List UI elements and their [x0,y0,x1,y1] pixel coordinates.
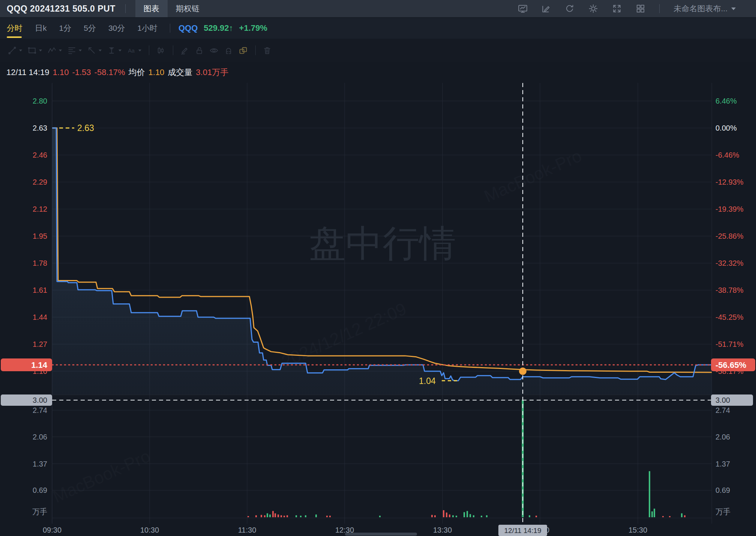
pct-axis-label: -32.32% [716,259,744,267]
underlying-quote[interactable]: QQQ 529.92↑ +1.79% [178,23,267,33]
eye-tool-icon [209,46,219,55]
lock-tool-button[interactable] [195,46,204,55]
trend-line-button[interactable] [8,46,22,55]
pct-axis-label: -45.25% [716,313,744,321]
titlebar-actions: 未命名图表布... [518,3,756,14]
volume-axis-label: 2.74 [716,406,730,414]
timeframe-1分[interactable]: 1分 [59,23,72,33]
volume-unit-label: 万手 [32,507,47,516]
chevron-down-icon [59,50,62,51]
edit-pencil-button[interactable] [541,4,551,14]
link-tool-icon [238,46,248,55]
divider [170,24,170,33]
measure-tool-button[interactable] [107,46,122,55]
pct-axis-label: 0.00% [716,124,737,132]
watermark-text: 盘中行情 [309,223,456,264]
chevron-down-icon [79,50,82,51]
candle-tool-icon [156,46,165,55]
quote-change-pct: +1.79% [239,23,267,33]
wave-tool-button[interactable] [47,46,62,55]
svg-text:Aa: Aa [128,47,135,53]
volume-axis-label: 2.06 [33,433,47,441]
monitor-chart-icon [518,4,527,14]
divider [125,4,126,13]
crosshair [52,83,712,524]
chevron-down-icon [19,50,22,51]
chevron-down-icon [99,50,102,51]
monitor-chart-button[interactable] [518,4,527,14]
fullscreen-expand-icon [612,4,622,14]
refresh-icon [565,4,574,14]
pct-axis-label: -6.46% [716,151,740,159]
layout-grid-button[interactable] [636,4,645,14]
volume-bars [248,400,686,517]
timeframe-5分[interactable]: 5分 [84,23,96,33]
refresh-button[interactable] [565,4,574,14]
svg-text:3.00: 3.00 [716,396,730,404]
volume-axis-label: 0.69 [716,486,730,494]
layout-select[interactable]: 未命名图表布... [674,3,736,14]
magnet-tool-button[interactable] [224,46,233,55]
edit-pencil-icon [541,4,551,14]
timeframe-日k[interactable]: 日k [35,23,47,33]
text-tool-icon: Aa [127,46,136,55]
price-axis-label: 1.78 [33,259,47,267]
crosshair-time-badge: 12/11 14:19 [498,525,547,536]
crosshair-dot [519,367,526,375]
info-avg-label: 均价 [129,67,145,78]
trend-arrow-button[interactable] [87,46,102,55]
trash-tool-button[interactable] [262,46,272,55]
layout-name-label: 未命名图表布... [674,3,728,14]
timeframe-30分[interactable]: 30分 [108,23,125,33]
titlebar-icons [518,4,645,14]
time-axis-label: 11:30 [238,526,256,534]
volume-axis-label: 0.69 [33,486,47,494]
lock-tool-icon [195,46,204,55]
time-axis-label: 09:30 [43,526,62,534]
view-tabs: 图表期权链 [135,0,208,17]
trend-arrow-icon [87,46,96,55]
eye-tool-button[interactable] [209,46,219,55]
fullscreen-expand-button[interactable] [612,4,622,14]
brush-tool-button[interactable] [180,46,189,55]
rect-tool-icon [27,46,37,55]
price-axis-label: 1.44 [33,313,47,321]
time-axis-label: 15:30 [628,526,647,534]
price-axis-label: 2.80 [33,97,47,105]
info-vol-label: 成交量 [168,67,192,78]
divider [173,45,173,55]
rect-tool-button[interactable] [27,46,42,55]
timeframe-bar: 分时日k1分5分30分1小时 QQQ 529.92↑ +1.79% [0,18,756,39]
pct-axis-label: -51.71% [716,340,744,348]
info-avg-value: 1.10 [148,68,165,77]
info-time: 12/11 14:19 [6,68,50,77]
svg-text:2.63: 2.63 [77,123,94,133]
timeframe-items: 分时日k1分5分30分1小时 [7,23,170,33]
timeframe-分时[interactable]: 分时 [7,23,22,33]
divider [255,45,256,55]
settings-gear-button[interactable] [588,4,598,14]
timeframe-1小时[interactable]: 1小时 [137,23,158,33]
candle-tool-button[interactable] [156,46,165,55]
fib-tool-icon [67,46,76,55]
info-vol-value: 3.01万手 [196,67,228,78]
scrollbar-handle[interactable] [345,533,417,536]
chevron-down-icon [731,8,736,10]
price-axis-label: 2.12 [33,205,47,213]
intraday-chart[interactable]: 盘中行情2024/12/12 22:09MacBook-ProMacBook-P… [0,0,756,536]
chevron-down-icon [118,50,122,51]
info-change-pct: -58.17% [94,68,125,77]
chevron-down-icon [39,50,42,51]
tab-图表[interactable]: 图表 [135,0,168,17]
price-axis-label: 2.63 [33,124,47,132]
pct-axis-label: -19.39% [716,205,744,213]
fib-tool-button[interactable] [67,46,82,55]
tab-期权链[interactable]: 期权链 [168,0,208,17]
text-tool-button[interactable]: Aa [127,46,141,55]
time-axis-label: 10:30 [140,526,159,534]
svg-text:1.14: 1.14 [31,360,48,370]
price-axis-label: 1.61 [33,286,47,294]
trash-tool-icon [262,46,272,55]
link-tool-button[interactable] [238,46,248,55]
pct-axis-label: -25.86% [716,232,744,240]
